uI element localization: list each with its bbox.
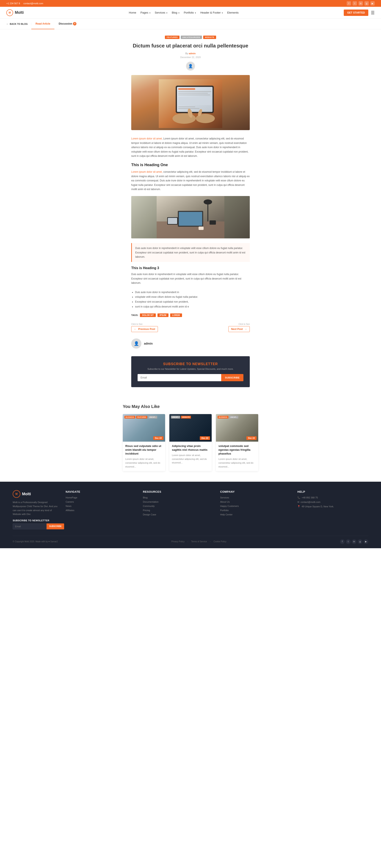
- previous-post-button[interactable]: ← Previous Post: [131, 326, 158, 332]
- tag-dolor-sit[interactable]: DOLOR SIT: [140, 313, 155, 317]
- hamburger-icon[interactable]: ☰: [371, 10, 375, 15]
- card-3[interactable]: BUSINESS UNCAT... Dec 22 volutpat commod…: [216, 414, 258, 471]
- tag-website: WEBSITE: [203, 36, 216, 39]
- terms-of-service-link[interactable]: Terms of Service: [191, 540, 207, 543]
- newsletter-subscribe-button[interactable]: SUBSCRIBE: [221, 374, 243, 381]
- newsletter-email-input[interactable]: [138, 374, 221, 381]
- nav-header-footer[interactable]: Header & Footer ▾: [200, 11, 223, 14]
- also-like-title: You May Also Like: [123, 404, 258, 409]
- footer-link-blog[interactable]: Blog: [143, 496, 214, 499]
- footer-youtube-icon[interactable]: ▶: [363, 539, 368, 544]
- cookie-policy-link[interactable]: Cookie Policy: [214, 540, 227, 543]
- author-avatar-top: 👤: [186, 61, 195, 71]
- footer-link-services[interactable]: Services: [220, 496, 291, 499]
- article-main-content: FEATURED UNCATEGORIZED WEBSITE Dictum fu…: [127, 29, 254, 404]
- card-3-title: volutpat commodo sed egestas egestas fri…: [218, 444, 256, 456]
- footer-link-help-center[interactable]: Help Center: [220, 513, 291, 516]
- googleplus-icon[interactable]: g: [365, 1, 369, 5]
- newsletter-subtitle: Subscribe to our Newsletter for Latest U…: [138, 368, 243, 370]
- previous-post-nav: Click to See ← Previous Post: [131, 323, 158, 332]
- card-1-tag-uncat: UNCAT...: [148, 416, 157, 418]
- content-image-2: [131, 196, 250, 239]
- top-bar-social: f t in g ▶: [347, 1, 375, 5]
- nav-blog[interactable]: Blog ▾: [172, 11, 179, 14]
- footer-link-portfolio[interactable]: Portfolio: [220, 509, 291, 512]
- nav-pages[interactable]: Pages ▾: [141, 11, 150, 14]
- footer-logo: M Molti: [13, 490, 59, 498]
- privacy-policy-link[interactable]: Privacy Policy: [171, 540, 184, 543]
- footer-link-careers[interactable]: Careers: [66, 500, 137, 503]
- card-1-tag-business: BUSINESS: [125, 416, 135, 418]
- footer-link-news[interactable]: News: [66, 505, 137, 507]
- tag-ipsum[interactable]: IPSUM: [158, 313, 169, 317]
- footer-link-pricing[interactable]: Pricing: [143, 509, 214, 512]
- article-tabs: Read Article Discussion 0: [31, 19, 81, 29]
- article-tags-header: FEATURED UNCATEGORIZED WEBSITE: [131, 36, 250, 39]
- card-1-title: Risus sed vulputate odio ut enim blandit…: [125, 444, 163, 456]
- footer-link-design-case[interactable]: Design Case: [143, 513, 214, 516]
- nav-right: GET STARTED ☰: [344, 9, 375, 16]
- footer-link-homepage[interactable]: HomePage: [66, 496, 137, 499]
- card-1[interactable]: BUSINESS FEATURED UNCAT... Dec 22 Risus …: [123, 414, 165, 471]
- footer-link-community[interactable]: Community: [143, 505, 214, 507]
- article-footer-tags: TAGS: DOLOR SIT IPSUM LOREM: [131, 313, 250, 317]
- footer-subscribe-label: SUBSCRIBE TO NEWSLETTER: [13, 519, 59, 522]
- tab-read-article[interactable]: Read Article: [31, 19, 55, 29]
- svg-rect-22: [210, 220, 216, 225]
- card-3-body: volutpat commodo sed egestas egestas fri…: [216, 442, 258, 471]
- bullet-item-3: Excepteur sint occaecat cupidatat non pr…: [135, 300, 250, 304]
- discussion-badge: 0: [73, 22, 76, 25]
- next-arrow-icon: →: [244, 328, 247, 331]
- author-name-text: admin: [144, 342, 152, 345]
- tag-lorem[interactable]: LOREM: [170, 313, 182, 317]
- linkedin-icon[interactable]: in: [358, 1, 363, 5]
- footer-description: Molti is a Professionally Designed Multi…: [13, 500, 59, 516]
- footer-help-title: HELP: [298, 490, 368, 493]
- hero-illustration: [159, 79, 222, 128]
- desk-illustration: [157, 196, 224, 239]
- svg-rect-4: [178, 91, 211, 92]
- footer-navigate-col: NAVIGATE HomePage Careers News Affiliate…: [66, 490, 137, 529]
- footer-resources-title: RESOURCES: [143, 490, 214, 493]
- back-to-blog-button[interactable]: ← BACK TO BLOG: [6, 23, 31, 25]
- site-logo[interactable]: M Molti: [6, 9, 24, 16]
- footer-link-happy-customers[interactable]: Happy Customers: [220, 505, 291, 507]
- tab-discussion[interactable]: Discussion 0: [55, 19, 81, 29]
- newsletter-form: SUBSCRIBE: [138, 374, 243, 381]
- article-date: December 22, 2020: [131, 56, 250, 59]
- svg-rect-21: [168, 218, 177, 224]
- nav-services[interactable]: Services ▾: [155, 11, 167, 14]
- svg-rect-17: [179, 212, 202, 226]
- nav-portfolio[interactable]: Portfolio ▾: [184, 11, 196, 14]
- also-like-section: You May Also Like BUSINESS FEATURED UNCA…: [116, 404, 265, 482]
- nav-elements[interactable]: Elements: [227, 11, 239, 14]
- heading-three: This is Heading 3: [131, 266, 250, 270]
- youtube-icon[interactable]: ▶: [371, 1, 375, 5]
- footer-link-affiliates[interactable]: Affiliates: [66, 509, 137, 512]
- get-started-button[interactable]: GET STARTED: [344, 9, 368, 16]
- footer-linkedin-icon[interactable]: in: [352, 539, 356, 544]
- card-2-tags: UNCAT... WEBSITE: [171, 416, 191, 418]
- footer-link-about[interactable]: About Us: [220, 500, 291, 503]
- twitter-icon[interactable]: t: [353, 1, 357, 5]
- footer-bottom: © Copyright Molti 2020. Made with by ♥ S…: [13, 536, 368, 544]
- card-2[interactable]: UNCAT... WEBSITE Dec 22 Adipiscing vitae…: [169, 414, 212, 471]
- newsletter-title: SUBSCRIBE TO NEWSLETTER: [138, 362, 243, 366]
- footer-twitter-icon[interactable]: t: [346, 539, 350, 544]
- nav-home[interactable]: Home: [129, 11, 136, 14]
- footer-newsletter-form: SUBSCRIBE: [13, 523, 59, 529]
- footer-googleplus-icon[interactable]: g: [358, 539, 362, 544]
- footer-resources-col: RESOURCES Blog Documentation Community P…: [143, 490, 214, 529]
- footer-facebook-icon[interactable]: f: [340, 539, 345, 544]
- card-3-tag-business: BUSINESS: [217, 416, 229, 418]
- tags-label: TAGS:: [131, 314, 138, 316]
- next-post-button[interactable]: Next Post →: [229, 326, 250, 332]
- bullet-list: Duis aute irure dolor in reprehenderit i…: [131, 290, 250, 309]
- footer-help-col: HELP 📞 +48 892 368 75 ✉ contact@molti.co…: [298, 490, 368, 529]
- footer-email-input[interactable]: [13, 523, 46, 529]
- footer-link-documentation[interactable]: Documentation: [143, 500, 214, 503]
- footer-social-icons: f t in g ▶: [340, 539, 368, 544]
- footer-subscribe-button[interactable]: SUBSCRIBE: [46, 523, 64, 529]
- facebook-icon[interactable]: f: [347, 1, 351, 5]
- author-avatar-bottom: 👤: [131, 338, 141, 349]
